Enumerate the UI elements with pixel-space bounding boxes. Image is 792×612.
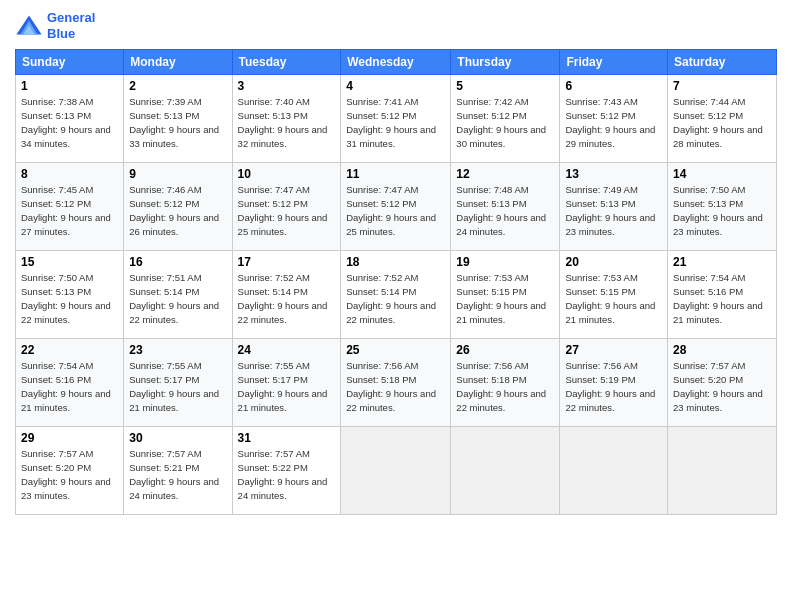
day-number: 19	[456, 255, 554, 269]
day-number: 8	[21, 167, 118, 181]
day-info: Sunrise: 7:53 AMSunset: 5:15 PMDaylight:…	[456, 272, 546, 324]
day-info: Sunrise: 7:57 AMSunset: 5:20 PMDaylight:…	[673, 360, 763, 412]
table-row: 5 Sunrise: 7:42 AMSunset: 5:12 PMDayligh…	[451, 75, 560, 163]
table-row: 8 Sunrise: 7:45 AMSunset: 5:12 PMDayligh…	[16, 163, 124, 251]
day-info: Sunrise: 7:46 AMSunset: 5:12 PMDaylight:…	[129, 184, 219, 236]
day-number: 1	[21, 79, 118, 93]
day-number: 6	[565, 79, 662, 93]
day-number: 9	[129, 167, 226, 181]
col-saturday: Saturday	[668, 50, 777, 75]
day-number: 16	[129, 255, 226, 269]
table-row: 18 Sunrise: 7:52 AMSunset: 5:14 PMDaylig…	[341, 251, 451, 339]
table-row	[560, 427, 668, 515]
day-info: Sunrise: 7:42 AMSunset: 5:12 PMDaylight:…	[456, 96, 546, 148]
table-row: 7 Sunrise: 7:44 AMSunset: 5:12 PMDayligh…	[668, 75, 777, 163]
table-row: 30 Sunrise: 7:57 AMSunset: 5:21 PMDaylig…	[124, 427, 232, 515]
day-info: Sunrise: 7:50 AMSunset: 5:13 PMDaylight:…	[673, 184, 763, 236]
day-info: Sunrise: 7:38 AMSunset: 5:13 PMDaylight:…	[21, 96, 111, 148]
day-number: 28	[673, 343, 771, 357]
day-number: 24	[238, 343, 336, 357]
day-number: 2	[129, 79, 226, 93]
col-thursday: Thursday	[451, 50, 560, 75]
logo-text: General Blue	[47, 10, 95, 41]
col-tuesday: Tuesday	[232, 50, 341, 75]
day-info: Sunrise: 7:48 AMSunset: 5:13 PMDaylight:…	[456, 184, 546, 236]
day-info: Sunrise: 7:45 AMSunset: 5:12 PMDaylight:…	[21, 184, 111, 236]
calendar-header-row: Sunday Monday Tuesday Wednesday Thursday…	[16, 50, 777, 75]
table-row: 4 Sunrise: 7:41 AMSunset: 5:12 PMDayligh…	[341, 75, 451, 163]
day-number: 27	[565, 343, 662, 357]
day-number: 14	[673, 167, 771, 181]
table-row: 22 Sunrise: 7:54 AMSunset: 5:16 PMDaylig…	[16, 339, 124, 427]
table-row: 31 Sunrise: 7:57 AMSunset: 5:22 PMDaylig…	[232, 427, 341, 515]
day-number: 26	[456, 343, 554, 357]
table-row: 26 Sunrise: 7:56 AMSunset: 5:18 PMDaylig…	[451, 339, 560, 427]
table-row: 20 Sunrise: 7:53 AMSunset: 5:15 PMDaylig…	[560, 251, 668, 339]
col-sunday: Sunday	[16, 50, 124, 75]
day-info: Sunrise: 7:54 AMSunset: 5:16 PMDaylight:…	[673, 272, 763, 324]
day-info: Sunrise: 7:50 AMSunset: 5:13 PMDaylight:…	[21, 272, 111, 324]
calendar-week-row: 8 Sunrise: 7:45 AMSunset: 5:12 PMDayligh…	[16, 163, 777, 251]
day-info: Sunrise: 7:56 AMSunset: 5:18 PMDaylight:…	[456, 360, 546, 412]
day-number: 29	[21, 431, 118, 445]
day-info: Sunrise: 7:47 AMSunset: 5:12 PMDaylight:…	[238, 184, 328, 236]
day-info: Sunrise: 7:39 AMSunset: 5:13 PMDaylight:…	[129, 96, 219, 148]
table-row: 1 Sunrise: 7:38 AMSunset: 5:13 PMDayligh…	[16, 75, 124, 163]
table-row: 6 Sunrise: 7:43 AMSunset: 5:12 PMDayligh…	[560, 75, 668, 163]
day-number: 17	[238, 255, 336, 269]
table-row: 17 Sunrise: 7:52 AMSunset: 5:14 PMDaylig…	[232, 251, 341, 339]
day-info: Sunrise: 7:47 AMSunset: 5:12 PMDaylight:…	[346, 184, 436, 236]
day-info: Sunrise: 7:57 AMSunset: 5:21 PMDaylight:…	[129, 448, 219, 500]
day-info: Sunrise: 7:53 AMSunset: 5:15 PMDaylight:…	[565, 272, 655, 324]
table-row: 13 Sunrise: 7:49 AMSunset: 5:13 PMDaylig…	[560, 163, 668, 251]
day-number: 23	[129, 343, 226, 357]
day-info: Sunrise: 7:49 AMSunset: 5:13 PMDaylight:…	[565, 184, 655, 236]
day-number: 12	[456, 167, 554, 181]
day-number: 3	[238, 79, 336, 93]
day-number: 30	[129, 431, 226, 445]
calendar-week-row: 29 Sunrise: 7:57 AMSunset: 5:20 PMDaylig…	[16, 427, 777, 515]
day-number: 25	[346, 343, 445, 357]
day-number: 13	[565, 167, 662, 181]
day-number: 22	[21, 343, 118, 357]
day-info: Sunrise: 7:55 AMSunset: 5:17 PMDaylight:…	[238, 360, 328, 412]
calendar-week-row: 1 Sunrise: 7:38 AMSunset: 5:13 PMDayligh…	[16, 75, 777, 163]
day-info: Sunrise: 7:54 AMSunset: 5:16 PMDaylight:…	[21, 360, 111, 412]
table-row: 24 Sunrise: 7:55 AMSunset: 5:17 PMDaylig…	[232, 339, 341, 427]
table-row: 2 Sunrise: 7:39 AMSunset: 5:13 PMDayligh…	[124, 75, 232, 163]
day-info: Sunrise: 7:55 AMSunset: 5:17 PMDaylight:…	[129, 360, 219, 412]
calendar-week-row: 22 Sunrise: 7:54 AMSunset: 5:16 PMDaylig…	[16, 339, 777, 427]
table-row: 11 Sunrise: 7:47 AMSunset: 5:12 PMDaylig…	[341, 163, 451, 251]
table-row: 28 Sunrise: 7:57 AMSunset: 5:20 PMDaylig…	[668, 339, 777, 427]
table-row: 15 Sunrise: 7:50 AMSunset: 5:13 PMDaylig…	[16, 251, 124, 339]
day-info: Sunrise: 7:52 AMSunset: 5:14 PMDaylight:…	[238, 272, 328, 324]
day-number: 20	[565, 255, 662, 269]
day-number: 18	[346, 255, 445, 269]
day-info: Sunrise: 7:52 AMSunset: 5:14 PMDaylight:…	[346, 272, 436, 324]
table-row: 19 Sunrise: 7:53 AMSunset: 5:15 PMDaylig…	[451, 251, 560, 339]
header: General Blue	[15, 10, 777, 41]
day-number: 5	[456, 79, 554, 93]
table-row	[341, 427, 451, 515]
col-wednesday: Wednesday	[341, 50, 451, 75]
day-info: Sunrise: 7:56 AMSunset: 5:18 PMDaylight:…	[346, 360, 436, 412]
table-row: 14 Sunrise: 7:50 AMSunset: 5:13 PMDaylig…	[668, 163, 777, 251]
table-row	[668, 427, 777, 515]
table-row: 16 Sunrise: 7:51 AMSunset: 5:14 PMDaylig…	[124, 251, 232, 339]
table-row: 12 Sunrise: 7:48 AMSunset: 5:13 PMDaylig…	[451, 163, 560, 251]
table-row	[451, 427, 560, 515]
day-number: 4	[346, 79, 445, 93]
table-row: 9 Sunrise: 7:46 AMSunset: 5:12 PMDayligh…	[124, 163, 232, 251]
table-row: 25 Sunrise: 7:56 AMSunset: 5:18 PMDaylig…	[341, 339, 451, 427]
calendar-week-row: 15 Sunrise: 7:50 AMSunset: 5:13 PMDaylig…	[16, 251, 777, 339]
table-row: 27 Sunrise: 7:56 AMSunset: 5:19 PMDaylig…	[560, 339, 668, 427]
day-info: Sunrise: 7:57 AMSunset: 5:20 PMDaylight:…	[21, 448, 111, 500]
calendar-table: Sunday Monday Tuesday Wednesday Thursday…	[15, 49, 777, 515]
table-row: 3 Sunrise: 7:40 AMSunset: 5:13 PMDayligh…	[232, 75, 341, 163]
main-container: General Blue Sunday Monday Tuesday Wedne…	[0, 0, 792, 612]
day-info: Sunrise: 7:41 AMSunset: 5:12 PMDaylight:…	[346, 96, 436, 148]
day-number: 15	[21, 255, 118, 269]
day-number: 10	[238, 167, 336, 181]
day-info: Sunrise: 7:57 AMSunset: 5:22 PMDaylight:…	[238, 448, 328, 500]
day-number: 21	[673, 255, 771, 269]
